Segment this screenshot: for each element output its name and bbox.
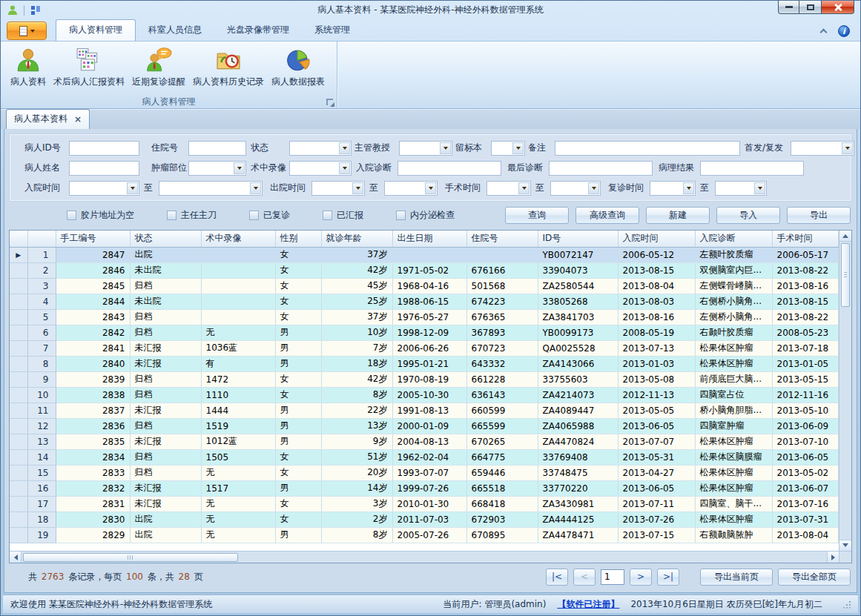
- table-row-19[interactable]: 192829出院无男8岁2005-07-26670895ZA4478471201…: [10, 527, 839, 543]
- chevron-down-icon[interactable]: [588, 182, 599, 194]
- column-header-surgery-date[interactable]: 手术时间: [772, 231, 839, 247]
- button-导出[interactable]: 导出: [787, 207, 851, 224]
- table-row-9[interactable]: 92839归档1472女42岁1970-08-19661228337556032…: [10, 371, 839, 387]
- horizontal-scrollbar[interactable]: [10, 552, 839, 563]
- app-logo-person-icon[interactable]: [7, 4, 19, 16]
- filter-combo-revisit-date-to[interactable]: [715, 181, 767, 196]
- vertical-scrollbar[interactable]: [839, 231, 851, 551]
- software-registered-link[interactable]: 【软件已注册】: [557, 598, 619, 611]
- chevron-down-icon[interactable]: [440, 142, 451, 154]
- column-header-manual-no[interactable]: 手工编号: [56, 231, 130, 247]
- collapse-ribbon-icon[interactable]: [820, 29, 828, 36]
- filter-combo-tumor-site[interactable]: [188, 161, 246, 176]
- checkbox-icon[interactable]: [323, 211, 332, 220]
- ribbon-button-病人数据报表[interactable]: 病人数据报表: [268, 45, 329, 90]
- tab-patient-basic-info[interactable]: 病人基本资料 ×: [6, 109, 90, 129]
- next-page-button[interactable]: >: [630, 569, 652, 586]
- vertical-scroll-thumb[interactable]: [841, 243, 850, 307]
- filter-input-admission-no[interactable]: [188, 141, 246, 156]
- checkbox-胶片地址为空[interactable]: 胶片地址为空: [67, 209, 134, 222]
- button-导入[interactable]: 导入: [716, 207, 780, 224]
- column-header-gender[interactable]: 性别: [275, 231, 321, 247]
- info-icon[interactable]: i: [838, 25, 850, 37]
- maximize-button[interactable]: [799, 1, 821, 14]
- minimize-button[interactable]: [778, 1, 799, 14]
- filter-input-final-diagnosis[interactable]: [549, 161, 653, 176]
- filter-combo-status[interactable]: [289, 141, 352, 156]
- table-row-4[interactable]: 42844未出院女25岁1988-06-15674223338052682013…: [10, 294, 839, 309]
- table-row-18[interactable]: 182830出院无女2岁2011-07-03672903ZA4444125201…: [10, 511, 839, 527]
- table-row-10[interactable]: 102838归档1110女8岁2005-10-30636143ZA4214073…: [10, 387, 839, 403]
- column-header-visit-age[interactable]: 就诊年龄: [321, 231, 392, 247]
- chevron-down-icon[interactable]: [352, 182, 363, 194]
- column-header-birth-date[interactable]: 出生日期: [392, 231, 466, 247]
- column-header-surgery-video[interactable]: 术中录像: [201, 231, 275, 247]
- chevron-down-icon[interactable]: [683, 182, 694, 194]
- horizontal-scroll-thumb[interactable]: [23, 553, 238, 562]
- checkbox-主任主刀[interactable]: 主任主刀: [167, 209, 217, 222]
- filter-input-pathology-result[interactable]: [700, 161, 804, 176]
- last-page-button[interactable]: >|: [657, 569, 679, 586]
- checkbox-icon[interactable]: [167, 211, 177, 220]
- ribbon-tab-病人资料管理[interactable]: 病人资料管理: [56, 19, 136, 41]
- ribbon-tab-光盘录像带管理[interactable]: 光盘录像带管理: [214, 20, 302, 41]
- button-新建[interactable]: 新建: [646, 207, 710, 224]
- scroll-right-icon[interactable]: [827, 552, 839, 563]
- button-查询[interactable]: 查询: [505, 207, 569, 224]
- chevron-down-icon[interactable]: [234, 162, 245, 174]
- filter-input-patient-name[interactable]: [69, 161, 139, 176]
- table-row-6[interactable]: 62842归档无男10岁1998-12-09367893YB0099173200…: [10, 325, 839, 340]
- export-all-pages-button[interactable]: 导出全部页: [778, 569, 851, 586]
- export-current-page-button[interactable]: 导出当前页: [700, 569, 773, 586]
- table-row-2[interactable]: 22846未出院女42岁1971-05-02676166339040732013…: [10, 262, 839, 278]
- resize-grip-icon[interactable]: [842, 600, 851, 609]
- scroll-up-icon[interactable]: [839, 231, 851, 242]
- dialog-launcher-icon[interactable]: [326, 99, 333, 105]
- tab-close-icon[interactable]: ×: [74, 115, 82, 124]
- filter-combo-discharge-date-to[interactable]: [384, 181, 438, 196]
- filter-combo-admission-date-to[interactable]: [159, 181, 263, 196]
- filter-combo-admission-date-from[interactable]: [69, 181, 139, 196]
- checkbox-icon[interactable]: [249, 211, 259, 220]
- filter-input-admission-diagnosis[interactable]: [397, 161, 501, 176]
- ribbon-tab-科室人员信息[interactable]: 科室人员信息: [136, 20, 214, 41]
- checkbox-已汇报[interactable]: 已汇报: [323, 209, 363, 222]
- table-row-14[interactable]: 142834归档1505女51岁1962-02-0466477533769408…: [10, 449, 839, 465]
- table-row-5[interactable]: 52843归档女37岁1976-05-27676365ZA38417032013…: [10, 309, 839, 325]
- close-button[interactable]: [821, 1, 854, 14]
- page-number-input[interactable]: [601, 569, 624, 585]
- column-header-admission-no[interactable]: 住院号: [466, 231, 538, 247]
- filter-combo-surgery-date-from[interactable]: [486, 181, 531, 196]
- column-header-admission-diagnosis[interactable]: 入院诊断: [695, 231, 772, 247]
- checkbox-icon[interactable]: [67, 211, 76, 220]
- filter-combo-first-or-recurrent[interactable]: [791, 141, 854, 156]
- ribbon-button-病人资料[interactable]: 病人资料: [7, 45, 50, 90]
- application-menu-button[interactable]: [7, 21, 47, 40]
- column-header-status[interactable]: 状态: [130, 231, 201, 247]
- column-header-admission-date[interactable]: 入院时间: [618, 231, 695, 247]
- table-row-3[interactable]: 32845归档女45岁1968-04-16501568ZA25805442013…: [10, 278, 839, 294]
- filter-combo-revisit-date-from[interactable]: [650, 181, 696, 196]
- chevron-down-icon[interactable]: [754, 182, 765, 194]
- chevron-down-icon[interactable]: [425, 182, 436, 194]
- ribbon-tab-系统管理[interactable]: 系统管理: [302, 20, 363, 41]
- scroll-down-icon[interactable]: [839, 540, 851, 551]
- filter-combo-specimen[interactable]: [491, 141, 525, 156]
- chevron-down-icon[interactable]: [250, 182, 261, 194]
- prev-page-button[interactable]: <: [573, 569, 596, 586]
- table-row-12[interactable]: 122836归档1519男13岁2000-01-09665599ZA406598…: [10, 418, 839, 434]
- table-row-15[interactable]: 152833归档无女20岁1993-07-0765944633748475201…: [10, 465, 839, 480]
- filter-combo-surgery-date-to[interactable]: [550, 181, 601, 196]
- filter-combo-surgery-video[interactable]: [289, 161, 352, 176]
- table-row-11[interactable]: 112837未汇报1444男22岁1991-08-13660599ZA40894…: [10, 403, 839, 418]
- table-row-13[interactable]: 132835未汇报1012蓝男9岁2004-08-13670265ZA44708…: [10, 434, 839, 449]
- scroll-left-icon[interactable]: [10, 552, 22, 563]
- table-row-17[interactable]: 172831未汇报无女3岁2010-01-30668418ZA343098120…: [10, 496, 839, 511]
- filter-combo-chief-professor[interactable]: [399, 141, 452, 156]
- chevron-down-icon[interactable]: [518, 182, 530, 194]
- chevron-down-icon[interactable]: [512, 142, 524, 154]
- button-高级查询[interactable]: 高级查询: [575, 207, 639, 224]
- chevron-down-icon[interactable]: [842, 142, 853, 154]
- filter-input-remarks[interactable]: [555, 141, 740, 156]
- ribbon-button-病人资料历史记录[interactable]: 病人资料历史记录: [189, 45, 268, 90]
